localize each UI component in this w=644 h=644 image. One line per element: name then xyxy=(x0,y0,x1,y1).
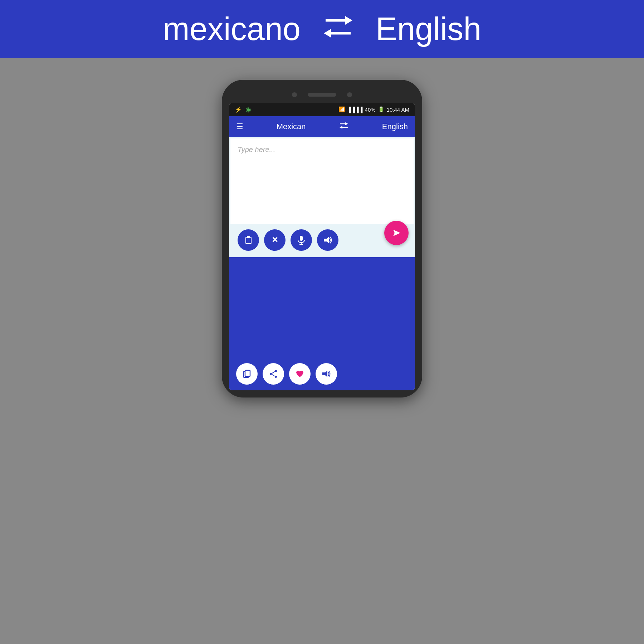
phone-camera xyxy=(292,92,297,97)
battery-level: 40% xyxy=(365,107,376,113)
output-heart-button[interactable] xyxy=(289,363,311,385)
send-button[interactable] xyxy=(384,221,409,245)
output-area xyxy=(229,257,415,357)
banner-source-lang: mexicano xyxy=(163,11,301,48)
battery-icon: 🔋 xyxy=(378,106,385,113)
svg-marker-3 xyxy=(340,126,342,129)
svg-rect-4 xyxy=(246,237,251,244)
app-header: ☰ Mexican English xyxy=(229,116,415,137)
app-source-lang[interactable]: Mexican xyxy=(277,122,306,131)
volume-button[interactable] xyxy=(317,229,338,251)
svg-marker-0 xyxy=(345,16,352,25)
input-area: Type here... ✕ xyxy=(229,137,415,257)
svg-rect-12 xyxy=(245,370,250,376)
clear-button[interactable]: ✕ xyxy=(264,229,286,251)
usb-icon: ⚡ xyxy=(235,106,242,113)
svg-point-13 xyxy=(275,370,277,372)
output-copy-button[interactable] xyxy=(236,363,258,385)
input-controls: ✕ xyxy=(230,224,414,256)
svg-marker-10 xyxy=(393,230,400,236)
clipboard-button[interactable] xyxy=(238,229,259,251)
banner-target-lang: English xyxy=(376,11,481,48)
phone-screen: ⚡ ◉ 📶 ▐▐▐▐ 40% 🔋 10:44 AM ☰ Mexican xyxy=(229,103,415,390)
phone-device: ⚡ ◉ 📶 ▐▐▐▐ 40% 🔋 10:44 AM ☰ Mexican xyxy=(222,80,422,397)
svg-line-17 xyxy=(272,375,275,376)
status-left-icons: ⚡ ◉ xyxy=(235,106,251,113)
svg-marker-9 xyxy=(324,237,329,243)
svg-marker-1 xyxy=(324,29,331,38)
output-volume-button[interactable] xyxy=(316,363,337,385)
wifi-icon: 📶 xyxy=(338,106,345,113)
app-target-lang[interactable]: English xyxy=(382,122,408,131)
svg-point-15 xyxy=(275,376,277,378)
banner-swap-icon[interactable] xyxy=(322,13,354,46)
phone-speaker xyxy=(308,93,336,97)
background-area: ⚡ ◉ 📶 ▐▐▐▐ 40% 🔋 10:44 AM ☰ Mexican xyxy=(0,58,644,644)
hamburger-menu-icon[interactable]: ☰ xyxy=(236,122,243,131)
svg-point-14 xyxy=(270,373,272,375)
top-banner: mexicano English xyxy=(0,0,644,58)
status-bar: ⚡ ◉ 📶 ▐▐▐▐ 40% 🔋 10:44 AM xyxy=(229,103,415,116)
app-swap-icon[interactable] xyxy=(339,121,349,132)
svg-marker-2 xyxy=(345,122,348,125)
output-controls xyxy=(229,357,415,390)
phone-top-bar xyxy=(229,87,415,103)
circle-icon: ◉ xyxy=(245,106,251,113)
clear-icon: ✕ xyxy=(272,235,278,245)
svg-marker-18 xyxy=(322,371,327,377)
output-share-button[interactable] xyxy=(263,363,284,385)
status-right-info: 📶 ▐▐▐▐ 40% 🔋 10:44 AM xyxy=(338,106,409,113)
signal-icon: ▐▐▐▐ xyxy=(347,107,363,113)
time-display: 10:44 AM xyxy=(387,107,409,113)
text-input[interactable]: Type here... xyxy=(230,138,414,224)
svg-line-16 xyxy=(272,372,275,374)
phone-camera-2 xyxy=(347,92,352,97)
svg-rect-5 xyxy=(247,236,250,238)
svg-rect-6 xyxy=(300,236,303,241)
mic-button[interactable] xyxy=(291,229,312,251)
